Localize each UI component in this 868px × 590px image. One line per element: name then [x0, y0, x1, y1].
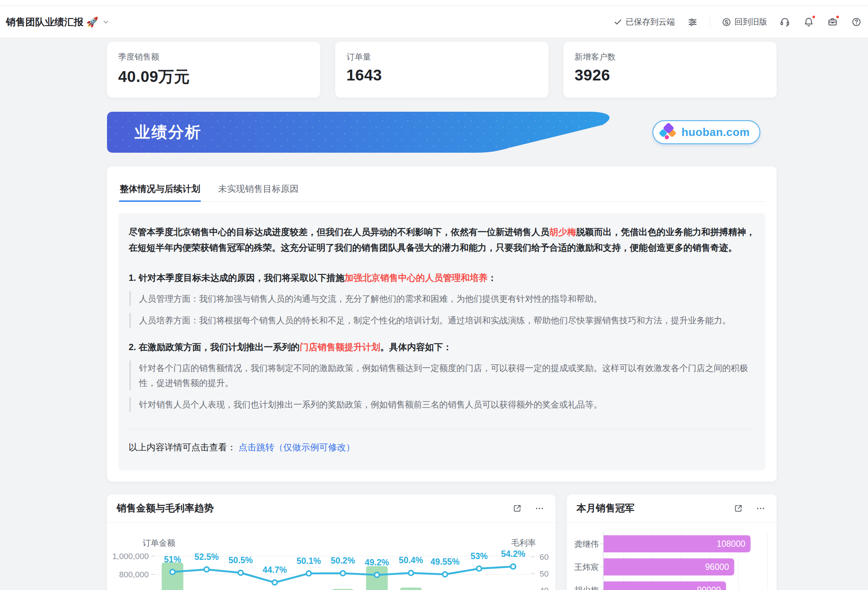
svg-text:龚继伟: 龚继伟	[574, 539, 599, 549]
svg-text:50.4%: 50.4%	[399, 555, 423, 565]
svg-text:60: 60	[540, 552, 548, 562]
svg-text:52.5%: 52.5%	[194, 552, 218, 562]
quote-block: 人员培养方面：我们将根据每个销售人员的特长和不足，制定个性化的培训计划。通过培训…	[129, 313, 755, 328]
divider	[710, 17, 710, 27]
svg-text:50.5%: 50.5%	[229, 555, 253, 565]
svg-text:王炜宸: 王炜宸	[574, 562, 599, 572]
quote-block: 针对销售人员个人表现，我们也计划推出一系列的奖励政策，例如销售额前三名的销售人员…	[129, 397, 755, 412]
sliders-icon[interactable]	[686, 16, 699, 28]
active-tab-underline	[119, 200, 201, 202]
svg-text:49.2%: 49.2%	[365, 558, 389, 567]
svg-text:44.7%: 44.7%	[263, 565, 287, 575]
stat-value: 1643	[346, 66, 537, 84]
huoban-logo-badge: huoban.com	[652, 120, 760, 144]
banner-title: 业绩分析	[134, 122, 202, 143]
content-divider	[128, 429, 755, 430]
check-icon	[613, 18, 622, 26]
top-bar: 销售团队业绩汇报 🚀 已保存到云端 回到旧版	[0, 0, 868, 38]
tabs-bar: 整体情况与后续计划 未实现销售目标原因	[118, 178, 765, 202]
huoban-diamond-logo-icon	[659, 124, 676, 141]
stat-card-new-customers: 新增客户数 3926	[563, 42, 776, 98]
open-external-icon[interactable]	[732, 502, 745, 515]
svg-text:40: 40	[540, 586, 548, 590]
quote-block: 人员管理方面：我们将加强与销售人员的沟通与交流，充分了解他们的需求和困难，为他们…	[129, 291, 755, 306]
svg-text:90000: 90000	[697, 585, 721, 590]
svg-text:108000: 108000	[717, 539, 745, 549]
sales-trend-chart: 订单金额毛利率1,000,000800,000600,0006050403051…	[107, 522, 555, 590]
svg-text:胡少梅: 胡少梅	[574, 586, 599, 590]
document-title-row: 销售团队业绩汇报 🚀	[6, 16, 109, 29]
highlight-person-name: 胡少梅	[549, 227, 576, 237]
saved-status: 已保存到云端	[613, 16, 675, 28]
tab-unmet-target-reasons[interactable]: 未实现销售目标原因	[217, 180, 300, 202]
footer-line: 以上内容详情可点击查看： 点击跳转（仅做示例可修改）	[128, 441, 755, 453]
sales-trend-card: 销售金额与毛利率趋势 订单金额毛利率1,000,000800,000600,00…	[107, 494, 555, 590]
analysis-content-box: 尽管本季度北京销售中心的目标达成进度较差，但我们在人员异动的不利影响下，依然有一…	[118, 213, 765, 471]
svg-text:1,000,000: 1,000,000	[112, 552, 149, 561]
intro-paragraph: 尽管本季度北京销售中心的目标达成进度较差，但我们在人员异动的不利影响下，依然有一…	[128, 224, 755, 256]
more-options-icon[interactable]	[533, 502, 546, 515]
svg-text:订单金额: 订单金额	[142, 538, 175, 547]
sales-champion-card: 本月销售冠军 龚继伟108000王炜宸96000胡少梅90000	[567, 494, 776, 590]
svg-text:50: 50	[540, 569, 548, 578]
svg-text:50.1%: 50.1%	[297, 556, 321, 566]
stat-value: 3926	[574, 66, 765, 84]
stats-row: 季度销售额 40.09万元 订单量 1643 新增客户数 3926	[107, 42, 776, 98]
svg-text:49.55%: 49.55%	[431, 557, 460, 566]
svg-text:50.2%: 50.2%	[331, 556, 355, 565]
workbench-badge	[836, 15, 840, 19]
analysis-card: 整体情况与后续计划 未实现销售目标原因 尽管本季度北京销售中心的目标达成进度较差…	[107, 166, 776, 482]
svg-text:51%: 51%	[164, 555, 181, 564]
stat-label: 新增客户数	[574, 51, 765, 63]
list-item-2: 2. 在激励政策方面，我们计划推出一系列的门店销售额提升计划。具体内容如下：	[128, 340, 755, 354]
history-icon	[722, 17, 732, 27]
notification-badge	[812, 15, 816, 19]
chart-title: 销售金额与毛利率趋势	[117, 502, 214, 515]
back-to-old-version-button[interactable]: 回到旧版	[722, 16, 767, 28]
svg-text:600,000: 600,000	[119, 588, 149, 590]
notifications-bell-icon[interactable]	[802, 16, 815, 28]
stat-card-quarter-sales: 季度销售额 40.09万元	[107, 42, 320, 98]
sales-champion-chart: 龚继伟108000王炜宸96000胡少梅90000	[567, 522, 776, 590]
svg-text:96000: 96000	[705, 562, 729, 572]
chart-title: 本月销售冠军	[576, 502, 635, 515]
logo-text: huoban.com	[682, 126, 750, 138]
jump-link[interactable]: 点击跳转（仅做示例可修改）	[239, 442, 355, 452]
help-question-icon[interactable]	[850, 16, 863, 28]
page-title: 销售团队业绩汇报 🚀	[6, 16, 99, 29]
svg-text:54.2%: 54.2%	[501, 549, 526, 559]
support-headset-icon[interactable]	[778, 16, 791, 28]
stat-value: 40.09万元	[118, 66, 309, 87]
svg-text:800,000: 800,000	[119, 570, 149, 579]
stat-card-orders: 订单量 1643	[335, 42, 548, 98]
more-options-icon[interactable]	[754, 502, 767, 515]
workbench-briefcase-icon[interactable]	[826, 16, 839, 28]
charts-row: 销售金额与毛利率趋势 订单金额毛利率1,000,000800,000600,00…	[107, 494, 776, 590]
stat-label: 订单量	[346, 51, 537, 63]
open-external-icon[interactable]	[511, 502, 524, 515]
tab-overall-plan[interactable]: 整体情况与后续计划	[119, 180, 201, 202]
highlight-plan: 门店销售额提升计划	[300, 342, 380, 352]
highlight-measure: 加强北京销售中心的人员管理和培养	[344, 273, 488, 283]
svg-text:毛利率: 毛利率	[511, 538, 536, 547]
svg-text:53%: 53%	[471, 551, 488, 561]
list-item-1: 1. 针对本季度目标未达成的原因，我们将采取以下措施加强北京销售中心的人员管理和…	[128, 271, 755, 285]
title-chevron-down-icon[interactable]	[102, 18, 109, 26]
stat-label: 季度销售额	[118, 51, 309, 63]
section-banner: 业绩分析 huoban.com	[107, 112, 776, 153]
quote-block: 针对各个门店的销售额情况，我们将制定不同的激励政策，例如销售额达到一定额度的门店…	[129, 360, 755, 390]
